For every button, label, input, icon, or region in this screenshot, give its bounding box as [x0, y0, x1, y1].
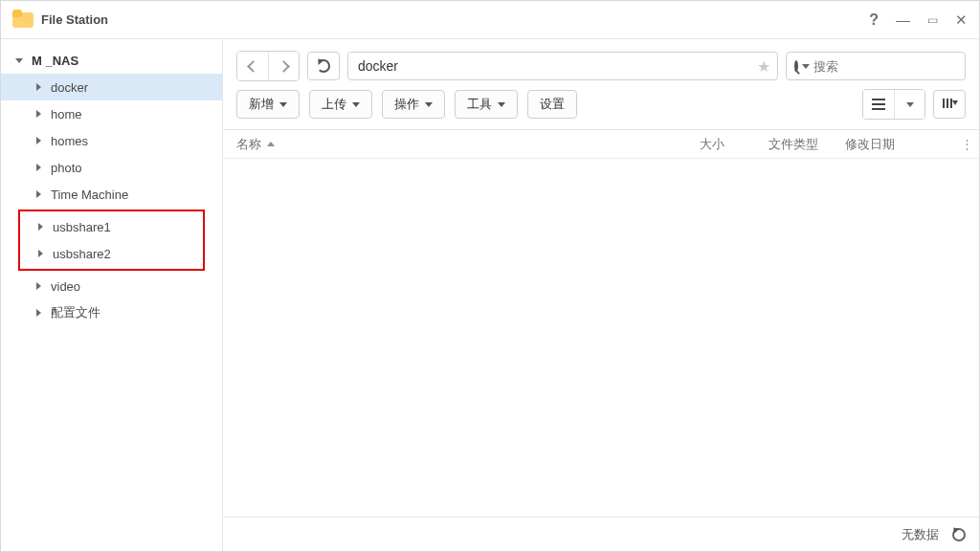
- sidebar-item-time-machine[interactable]: Time Machine: [1, 181, 222, 208]
- main-panel: ★ 新增 上传 操作: [223, 39, 979, 551]
- nav-back-button[interactable]: [237, 52, 268, 80]
- column-date[interactable]: 修改日期: [835, 136, 956, 153]
- sidebar-item-label: 配置文件: [51, 304, 100, 321]
- search-icon: [794, 60, 798, 72]
- nav-forward-button[interactable]: [268, 52, 299, 80]
- statusbar: 无数据: [223, 517, 979, 551]
- highlight-annotation: usbshare1 usbshare2: [18, 210, 205, 271]
- sidebar-item-label: Time Machine: [51, 188, 128, 202]
- button-label: 工具: [467, 96, 492, 113]
- view-list-button[interactable]: [863, 90, 894, 119]
- chevron-right-icon: [33, 82, 43, 92]
- caret-down-icon: [906, 102, 914, 107]
- chevron-right-icon: [33, 109, 43, 119]
- maximize-icon[interactable]: ▭: [927, 14, 938, 26]
- table-header: 名称 大小 文件类型 修改日期 ⋮: [223, 130, 979, 159]
- file-list-content: [223, 159, 979, 517]
- path-input-wrap: ★: [347, 52, 778, 80]
- view-dropdown-button[interactable]: [894, 90, 924, 119]
- button-label: 上传: [322, 96, 346, 113]
- path-input[interactable]: [347, 52, 778, 80]
- operate-button[interactable]: 操作: [382, 90, 445, 119]
- new-button[interactable]: 新增: [236, 90, 300, 119]
- settings-button[interactable]: 设置: [527, 90, 577, 119]
- button-label: 新增: [249, 96, 274, 113]
- list-icon: [872, 99, 885, 110]
- sidebar-item-config[interactable]: 配置文件: [1, 299, 222, 326]
- chevron-right-icon: [33, 281, 43, 291]
- caret-down-icon: [425, 102, 433, 107]
- column-type[interactable]: 文件类型: [759, 136, 835, 153]
- upload-button[interactable]: 上传: [309, 90, 372, 119]
- search-box[interactable]: [786, 52, 966, 80]
- sidebar-item-docker[interactable]: docker: [1, 74, 222, 100]
- view-mode-group: [862, 89, 925, 120]
- caret-down-icon: [498, 102, 505, 107]
- refresh-icon[interactable]: [952, 528, 966, 541]
- body-split: M _NAS docker home homes photo Time Mach…: [1, 39, 979, 551]
- file-station-window: File Station ? — ▭ ✕ M _NAS docker home: [0, 0, 980, 552]
- column-size[interactable]: 大小: [690, 136, 759, 153]
- caret-down-icon: [802, 64, 810, 69]
- chevron-left-icon: [249, 62, 257, 71]
- window-controls: ? — ▭ ✕: [869, 12, 968, 28]
- close-icon[interactable]: ✕: [955, 12, 968, 27]
- chevron-right-icon: [279, 62, 288, 71]
- sidebar-item-label: homes: [51, 134, 88, 148]
- chevron-down-icon: [14, 55, 24, 65]
- sidebar-item-video[interactable]: video: [1, 273, 222, 299]
- chevron-right-icon: [33, 136, 43, 145]
- chevron-right-icon: [35, 249, 45, 258]
- button-label: 操作: [394, 96, 419, 113]
- nav-group: [236, 51, 300, 81]
- help-icon[interactable]: ?: [869, 12, 879, 28]
- chevron-right-icon: [33, 308, 43, 318]
- sidebar-item-homes[interactable]: homes: [1, 127, 222, 154]
- sidebar-item-photo[interactable]: photo: [1, 154, 222, 181]
- tool-button[interactable]: 工具: [455, 90, 518, 119]
- pathbar: ★: [223, 39, 979, 89]
- titlebar: File Station ? — ▭ ✕: [1, 1, 979, 39]
- folder-app-icon: [12, 10, 33, 31]
- sidebar-item-label: usbshare2: [53, 247, 111, 261]
- caret-down-icon: [279, 102, 287, 107]
- sort-icon: [943, 98, 956, 111]
- app-title: File Station: [41, 12, 869, 27]
- refresh-icon: [317, 59, 330, 73]
- refresh-button[interactable]: [307, 52, 340, 80]
- button-label: 设置: [540, 96, 565, 113]
- tree-root-label: M _NAS: [32, 54, 78, 68]
- star-icon[interactable]: ★: [757, 57, 770, 76]
- tree-root[interactable]: M _NAS: [1, 47, 222, 74]
- status-empty-label: 无数据: [902, 526, 939, 543]
- column-options[interactable]: ⋮: [956, 137, 979, 151]
- column-name[interactable]: 名称: [223, 136, 690, 153]
- minimize-icon[interactable]: —: [896, 12, 910, 27]
- sidebar-item-usbshare1[interactable]: usbshare1: [20, 213, 203, 240]
- chevron-right-icon: [33, 163, 43, 172]
- sidebar: M _NAS docker home homes photo Time Mach…: [1, 39, 223, 551]
- sidebar-item-usbshare2[interactable]: usbshare2: [20, 240, 203, 267]
- sidebar-item-home[interactable]: home: [1, 100, 222, 127]
- chevron-right-icon: [33, 189, 43, 199]
- more-icon: ⋮: [961, 137, 973, 151]
- sidebar-item-label: home: [51, 107, 82, 121]
- actionbar: 新增 上传 操作 工具 设置: [223, 89, 979, 130]
- view-controls: [862, 89, 966, 120]
- sidebar-item-label: video: [51, 279, 80, 294]
- sidebar-item-label: docker: [51, 80, 88, 95]
- sidebar-item-label: photo: [51, 161, 82, 175]
- chevron-right-icon: [35, 222, 45, 232]
- sidebar-item-label: usbshare1: [53, 220, 111, 234]
- sort-button[interactable]: [933, 90, 966, 119]
- search-input[interactable]: [813, 59, 974, 74]
- caret-down-icon: [352, 102, 360, 107]
